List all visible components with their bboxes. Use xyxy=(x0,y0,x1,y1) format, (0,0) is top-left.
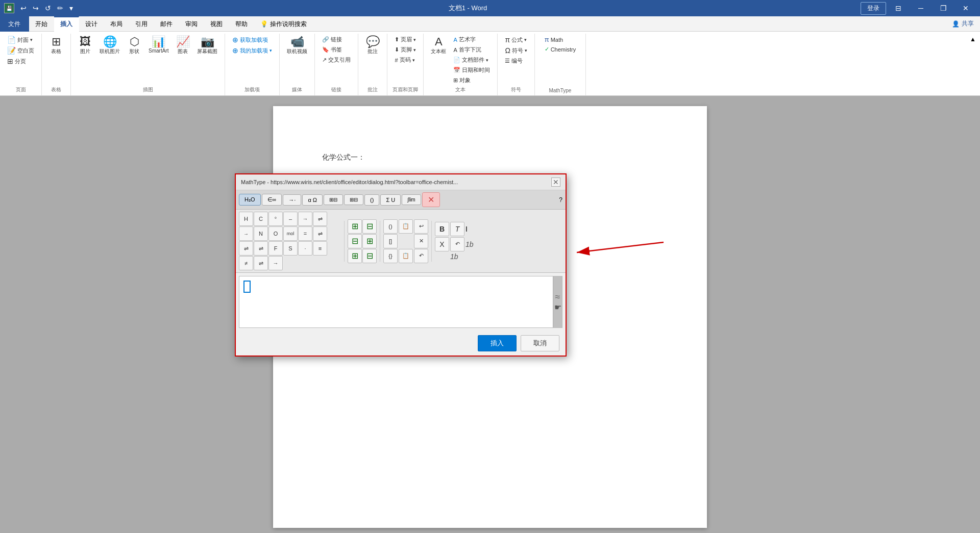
btn-docparts[interactable]: 📄 文档部件 ▾ xyxy=(450,55,493,65)
btn-N[interactable]: N xyxy=(254,226,268,241)
btn-arrow-right2[interactable]: → xyxy=(239,226,253,241)
share-button[interactable]: 👤共享 xyxy=(946,16,980,31)
btn-datetime[interactable]: 📅 日期和时间 xyxy=(450,65,493,75)
btn-matrix5[interactable]: ⊞ xyxy=(348,249,362,263)
mathtype-tab-integral[interactable]: ∫lim xyxy=(402,194,421,205)
restore-button[interactable]: ❐ xyxy=(933,1,953,15)
btn-triple[interactable]: ≡ xyxy=(313,241,327,256)
btn-equilibrium2[interactable]: ⇌ xyxy=(313,226,327,241)
btn-dropcap[interactable]: A 首字下沉 xyxy=(450,45,493,55)
mathtype-dialog[interactable]: MathType - https://www.wiris.net/client/… xyxy=(235,173,567,357)
btn-arrow-right[interactable]: → xyxy=(298,212,312,226)
mathtype-tab-extra[interactable]: ✕ xyxy=(422,192,440,207)
btn-strikethrough[interactable]: X xyxy=(435,237,449,251)
tab-view[interactable]: 视图 xyxy=(204,16,229,32)
btn-comment[interactable]: 💬 批注 xyxy=(362,35,383,57)
btn-pagenum[interactable]: # 页码 ▾ xyxy=(391,55,419,65)
btn-redo[interactable]: ↶ xyxy=(414,249,428,263)
btn-matrix6[interactable]: ⊟ xyxy=(362,249,377,263)
mathtype-cancel-button[interactable]: 取消 xyxy=(521,335,559,351)
mathtype-editor[interactable] xyxy=(239,276,553,327)
btn-symbol[interactable]: Ω 符号 ▾ xyxy=(502,45,530,56)
btn-bookmark[interactable]: 🔖 书签 xyxy=(319,45,354,55)
mathtype-insert-button[interactable]: 插入 xyxy=(478,335,517,351)
login-button[interactable]: 登录 xyxy=(861,2,886,15)
mathtype-tab-greek[interactable]: α Ω xyxy=(302,194,323,206)
btn-cover[interactable]: 📄封面 ▾ xyxy=(4,35,37,45)
tab-design[interactable]: 设计 xyxy=(79,16,104,32)
btn-undo[interactable]: ↩ xyxy=(414,219,428,234)
tab-review[interactable]: 审阅 xyxy=(179,16,204,32)
mathtype-scrollbar[interactable]: ≈ ☛ xyxy=(553,276,562,327)
btn-table[interactable]: ⊞ 表格 xyxy=(46,35,66,57)
mathtype-tab-parens[interactable]: () xyxy=(364,194,379,206)
btn-brackets[interactable]: [] xyxy=(383,234,398,248)
mathtype-tab-sum[interactable]: Σ U xyxy=(380,194,401,206)
tab-file[interactable]: 文件 xyxy=(0,16,29,32)
refresh-icon[interactable]: ↺ xyxy=(43,3,53,13)
btn-equals[interactable]: = xyxy=(298,226,312,241)
btn-my-addins[interactable]: ⊕ 我的加载项 ▾ xyxy=(229,45,275,56)
btn-equilibrium[interactable]: ⇌ xyxy=(313,212,327,226)
mathtype-tab-arrows[interactable]: →· xyxy=(283,194,301,206)
btn-notequal[interactable]: ≠ xyxy=(239,256,253,270)
btn-get-addins[interactable]: ⊕ 获取加载项 xyxy=(229,35,275,45)
btn-copy[interactable]: 📋 xyxy=(399,219,413,234)
tab-layout[interactable]: 布局 xyxy=(104,16,129,32)
help-icon[interactable]: ⊟ xyxy=(888,1,909,15)
btn-arrow4[interactable]: → xyxy=(268,256,283,270)
btn-mol[interactable]: mol xyxy=(283,226,298,241)
btn-wordart[interactable]: A 艺术字 xyxy=(450,35,493,44)
btn-formula[interactable]: π 公式 ▾ xyxy=(502,35,530,45)
tab-mailings[interactable]: 邮件 xyxy=(154,16,179,32)
customize-icon[interactable]: ▾ xyxy=(67,3,75,13)
btn-online-picture[interactable]: 🌐 联机图片 xyxy=(96,35,123,57)
btn-numbering[interactable]: ☰ 编号 xyxy=(502,56,530,66)
btn-screenshot[interactable]: 📷 屏幕截图 xyxy=(194,35,220,57)
btn-blank[interactable]: 📝空白页 xyxy=(4,45,37,56)
btn-paste[interactable]: 📋 xyxy=(399,249,413,263)
tab-references[interactable]: 引用 xyxy=(129,16,154,32)
btn-crossref[interactable]: ↗ 交叉引用 xyxy=(319,55,354,65)
btn-object[interactable]: ⊞ 对象 xyxy=(450,75,493,85)
btn-parens[interactable]: () xyxy=(383,219,398,234)
btn-smartart[interactable]: 📊 SmartArt xyxy=(145,35,172,55)
btn-shapes[interactable]: ⬡ 形状 xyxy=(124,35,144,57)
btn-math[interactable]: π Math xyxy=(542,35,579,44)
btn-online-video[interactable]: 📹 联机视频 xyxy=(284,35,310,57)
tab-home[interactable]: 开始 xyxy=(29,16,54,32)
btn-braces[interactable]: {} xyxy=(383,249,398,263)
btn-H[interactable]: H xyxy=(239,212,253,226)
btn-matrix2[interactable]: ⊟ xyxy=(362,219,377,234)
btn-link[interactable]: 🔗 链接 xyxy=(319,35,354,44)
btn-arrow3[interactable]: ⇌ xyxy=(254,256,268,270)
btn-F[interactable]: F xyxy=(268,241,283,256)
btn-S[interactable]: S xyxy=(283,241,298,256)
undo-icon[interactable]: ↩ xyxy=(18,3,29,13)
mathtype-tab-matrix[interactable]: ⊞⊟ xyxy=(324,194,343,205)
btn-textbox[interactable]: A 文本框 xyxy=(428,35,449,57)
btn-matrix1[interactable]: ⊞ xyxy=(348,219,362,234)
btn-chart[interactable]: 📈 图表 xyxy=(173,35,193,57)
mathtype-tab-chemistry[interactable]: H₂O xyxy=(239,194,261,206)
mathtype-help-btn[interactable]: ? xyxy=(559,196,562,204)
btn-matrix3[interactable]: ⊟ xyxy=(348,234,362,248)
minimize-button[interactable]: ─ xyxy=(911,1,931,15)
mathtype-tab-layout[interactable]: ⊞⊟ xyxy=(344,194,363,205)
pen-icon[interactable]: ✏ xyxy=(55,3,65,13)
collapse-ribbon[interactable]: ▲ xyxy=(966,34,980,95)
btn-equilibrium3[interactable]: ⇌ xyxy=(239,241,253,256)
redo-icon[interactable]: ↪ xyxy=(31,3,41,13)
btn-chemistry[interactable]: ✓ Chemistry xyxy=(542,45,579,54)
close-button[interactable]: ✕ xyxy=(955,1,976,15)
btn-matrix4[interactable]: ⊞ xyxy=(362,234,377,248)
btn-pagebreak[interactable]: ⊞分页 xyxy=(4,56,37,66)
btn-dash[interactable]: – xyxy=(283,212,298,226)
btn-equilibrium4[interactable]: ⇌ xyxy=(254,241,268,256)
btn-footer[interactable]: ⬇ 页脚 ▾ xyxy=(391,45,419,55)
btn-bold[interactable]: B xyxy=(435,222,449,236)
btn-header[interactable]: ⬆ 页眉 ▾ xyxy=(391,35,419,44)
tab-insert[interactable]: 插入 xyxy=(54,16,79,32)
save-icon[interactable]: 💾 xyxy=(4,3,14,13)
mathtype-close-button[interactable]: ✕ xyxy=(551,177,560,187)
